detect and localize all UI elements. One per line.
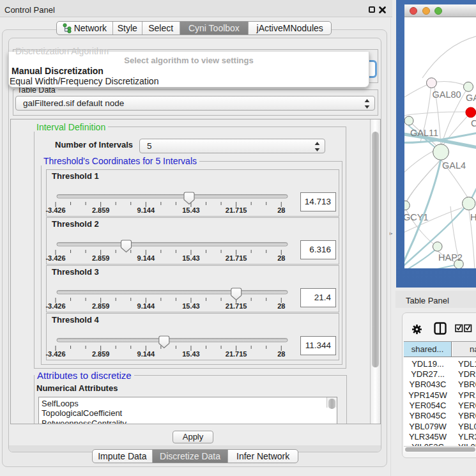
svg-text:2.859: 2.859 (92, 206, 110, 214)
svg-text:HAP2: HAP2 (438, 252, 463, 263)
svg-text:GA: GA (466, 93, 476, 103)
svg-text:15.43: 15.43 (182, 254, 200, 262)
svg-text:15.43: 15.43 (182, 350, 200, 358)
svg-text:21.715: 21.715 (226, 350, 247, 358)
svg-text:15.43: 15.43 (182, 206, 200, 214)
svg-text:-3.426: -3.426 (45, 302, 65, 310)
svg-text:GAL4: GAL4 (442, 160, 466, 171)
svg-text:15.43: 15.43 (182, 302, 200, 310)
svg-text:21.715: 21.715 (226, 206, 247, 214)
svg-text:9.144: 9.144 (137, 350, 155, 358)
svg-text:28: 28 (277, 350, 285, 358)
svg-text:-3.426: -3.426 (45, 206, 65, 214)
svg-text:21.715: 21.715 (226, 302, 247, 310)
svg-text:21.715: 21.715 (226, 254, 247, 262)
svg-text:GAL80: GAL80 (433, 89, 461, 100)
svg-text:2.859: 2.859 (92, 302, 110, 310)
svg-text:2.859: 2.859 (92, 350, 110, 358)
svg-text:9.144: 9.144 (137, 254, 155, 262)
svg-text:GAL11: GAL11 (410, 128, 438, 138)
svg-text:2.859: 2.859 (92, 254, 110, 262)
svg-text:9.144: 9.144 (137, 206, 155, 214)
svg-text:28: 28 (277, 206, 285, 214)
svg-text:28: 28 (277, 254, 285, 262)
svg-text:GCY1: GCY1 (404, 212, 429, 222)
svg-text:-3.426: -3.426 (45, 254, 65, 262)
svg-text:H: H (470, 212, 476, 222)
svg-text:28: 28 (277, 302, 285, 310)
svg-text:C: C (471, 118, 476, 128)
svg-text:-3.426: -3.426 (45, 350, 65, 358)
svg-text:9.144: 9.144 (137, 302, 155, 310)
